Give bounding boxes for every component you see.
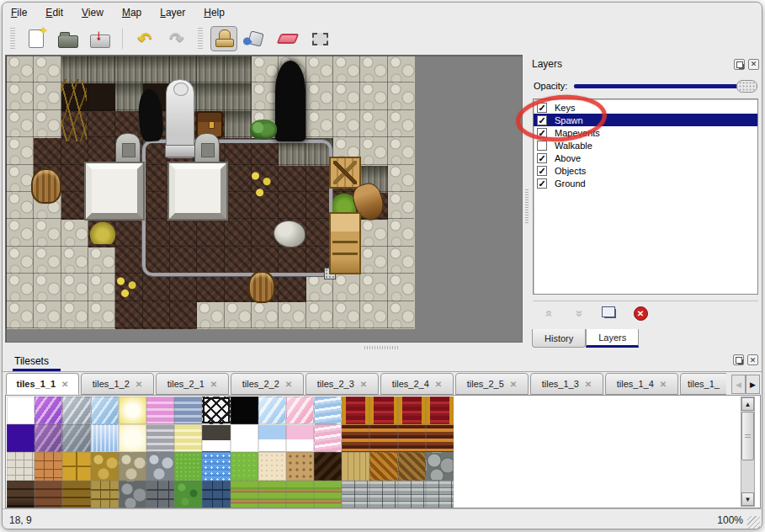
map-tile[interactable]	[170, 274, 197, 301]
map-tile[interactable]	[61, 193, 88, 220]
map-tile[interactable]	[7, 302, 34, 329]
map-tile[interactable]	[34, 247, 61, 274]
layer-list[interactable]: ✓Keys✓Spawn✓MapeventsWalkable✓Above✓Obje…	[533, 98, 758, 295]
redo-button[interactable]: ↷	[163, 26, 190, 51]
palette-tile-cr-blue2[interactable]	[258, 396, 286, 424]
scroll-up-button[interactable]: ▲	[741, 397, 754, 411]
map-tile[interactable]	[388, 166, 415, 193]
palette-tile-carpet[interactable]	[426, 396, 454, 424]
map-tile[interactable]	[306, 111, 333, 138]
map-tile[interactable]	[115, 220, 142, 247]
tileset-tab-tiles_2_1[interactable]: tiles_2_1✕	[156, 373, 229, 395]
palette-tile-st-pink[interactable]	[146, 396, 174, 424]
tileset-tab-tiles_1_2[interactable]: tiles_1_2✕	[81, 373, 154, 395]
map-tile[interactable]	[333, 111, 360, 138]
tileset-tab-tiles_2_3[interactable]: tiles_2_3✕	[305, 373, 379, 395]
map-tile[interactable]	[388, 111, 415, 138]
palette-tile-indigo[interactable]	[7, 424, 35, 452]
map-tile[interactable]	[7, 166, 34, 193]
layer-checkbox[interactable]: ✓	[537, 103, 547, 113]
tab-close-icon[interactable]: ✕	[61, 380, 68, 389]
palette-tile-cr-purple-d[interactable]	[35, 424, 62, 452]
map-tile[interactable]	[388, 56, 415, 83]
map-tile[interactable]	[61, 247, 88, 274]
map-tile[interactable]	[388, 274, 415, 301]
menu-map[interactable]: Map	[122, 7, 141, 19]
map-tile[interactable]	[388, 247, 415, 274]
delete-layer-button[interactable]: ✕	[630, 304, 651, 324]
palette-tile-bk-tan[interactable]	[91, 481, 119, 508]
palette-tile-carpet[interactable]	[342, 396, 369, 424]
palette-tile-bk-gold[interactable]	[62, 481, 90, 508]
map-tile[interactable]	[61, 274, 88, 301]
tab-close-icon[interactable]: ✕	[435, 380, 442, 389]
layer-checkbox[interactable]: ✓	[537, 115, 547, 125]
save-file-button[interactable]	[87, 26, 114, 51]
palette-tile-st-yellow[interactable]	[174, 424, 202, 452]
palette-tile-plaque[interactable]	[202, 424, 230, 452]
map-tile[interactable]	[279, 274, 305, 301]
map-tile[interactable]	[252, 56, 279, 83]
map-tile[interactable]	[34, 302, 61, 329]
palette-tile-logs[interactable]	[426, 452, 454, 480]
tileset-tab-tiles_2_2[interactable]: tiles_2_2✕	[231, 373, 304, 395]
tileset-tab-tiles_1_[interactable]: tiles_1_	[680, 373, 726, 395]
palette-tile-planks-l[interactable]	[342, 452, 369, 480]
palette-tile-wood-d[interactable]	[314, 452, 342, 480]
palette-tile-planks-g[interactable]	[398, 481, 426, 508]
menu-file[interactable]: File	[11, 7, 27, 19]
map-tile[interactable]	[388, 138, 415, 165]
palette-tile-cob-y[interactable]	[91, 452, 119, 480]
tileset-tab-tiles_1_4[interactable]: tiles_1_4✕	[605, 373, 678, 395]
palette-tile-st-orange[interactable]	[398, 424, 426, 452]
palette-tile-herring[interactable]	[398, 452, 426, 480]
palette-tile-cr-gray[interactable]	[62, 396, 90, 424]
menu-edit[interactable]: Edit	[45, 7, 63, 19]
palette-tile-rb-pink[interactable]	[314, 424, 342, 452]
duplicate-layer-button[interactable]	[600, 304, 620, 324]
layer-checkbox[interactable]: ✓	[537, 178, 547, 189]
map-tile[interactable]	[143, 302, 170, 329]
menu-help[interactable]: Help	[204, 7, 225, 19]
move-layer-down-button[interactable]: »	[570, 304, 590, 324]
map-tile[interactable]	[388, 302, 415, 329]
scroll-down-button[interactable]: ▼	[741, 492, 754, 506]
palette-tile-empty[interactable]	[231, 424, 258, 452]
layer-row-above[interactable]: ✓Above	[534, 152, 757, 164]
palette-tile-bk-dbrown[interactable]	[7, 481, 35, 508]
map-tile[interactable]	[88, 111, 115, 138]
palette-tile-stone-o[interactable]	[35, 452, 62, 480]
map-canvas[interactable]	[5, 55, 523, 343]
palette-tile-carpet[interactable]	[369, 396, 397, 424]
palette-tile-bk-gray[interactable]	[146, 481, 174, 508]
palette-tile-grassrow[interactable]	[258, 481, 286, 508]
map-tile[interactable]	[360, 220, 387, 247]
palette-tile-cr-gray-d[interactable]	[62, 424, 90, 452]
map-tile[interactable]	[360, 56, 387, 83]
palette-tile-planks-g[interactable]	[426, 481, 454, 508]
menu-layer[interactable]: Layer	[160, 7, 185, 19]
map-tile[interactable]	[279, 302, 305, 329]
eraser-tool-button[interactable]	[274, 26, 301, 51]
tileset-tab-tiles_2_4[interactable]: tiles_2_4✕	[380, 373, 454, 395]
layer-row-walkable[interactable]: Walkable	[534, 139, 757, 152]
palette-tile-lattice[interactable]	[202, 396, 230, 424]
tileset-tab-tiles_1_1[interactable]: tiles_1_1✕	[6, 373, 79, 395]
map-tile[interactable]	[306, 302, 333, 329]
map-tile[interactable]	[7, 138, 34, 165]
map-tile[interactable]	[88, 138, 115, 165]
palette-tile-bk-brown[interactable]	[35, 481, 62, 508]
scrollbar-thumb[interactable]	[741, 412, 754, 460]
map-tile[interactable]	[7, 274, 34, 301]
palette-tile-cob-g[interactable]	[146, 452, 174, 480]
tileset-tab-tiles_1_3[interactable]: tiles_1_3✕	[530, 373, 603, 395]
palette-tile-hedge[interactable]	[174, 481, 202, 508]
layer-checkbox[interactable]	[537, 141, 547, 151]
layer-row-ground[interactable]: ✓Ground	[534, 177, 757, 189]
palette-tile-planks-g[interactable]	[369, 481, 397, 508]
palette-tile-st-blue[interactable]	[174, 396, 202, 424]
map-tile[interactable]	[115, 56, 142, 83]
map-tile[interactable]	[170, 302, 197, 329]
layer-checkbox[interactable]: ✓	[537, 153, 547, 163]
map-tile[interactable]	[34, 56, 61, 83]
